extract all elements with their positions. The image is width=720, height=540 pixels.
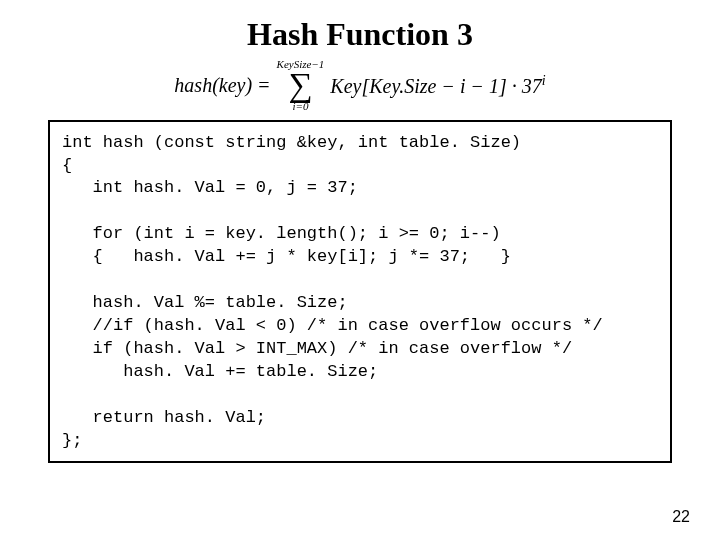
code-line: int hash. Val = 0, j = 37; [62, 178, 358, 197]
code-line: }; [62, 431, 82, 450]
slide-title: Hash Function 3 [0, 16, 720, 53]
formula-rhs-base: Key[Key.Size − i − 1] · 37 [330, 75, 541, 97]
code-line: hash. Val %= table. Size; [62, 293, 348, 312]
code-line: //if (hash. Val < 0) /* in case overflow… [62, 316, 603, 335]
code-line: { [62, 156, 72, 175]
sigma-block: KeySize−1 ∑ i=0 [277, 59, 325, 112]
code-line: if (hash. Val > INT_MAX) /* in case over… [62, 339, 572, 358]
code-line: int hash (const string &key, int table. … [62, 133, 521, 152]
code-line: for (int i = key. length(); i >= 0; i--) [62, 224, 501, 243]
formula-rhs-exp: i [542, 73, 546, 88]
hash-formula: hash(key) = KeySize−1 ∑ i=0 Key[Key.Size… [0, 59, 720, 112]
formula-lhs: hash(key) = [174, 74, 270, 97]
page-number: 22 [672, 508, 690, 526]
code-line: { hash. Val += j * key[i]; j *= 37; } [62, 247, 511, 266]
code-line: return hash. Val; [62, 408, 266, 427]
sigma-lower: i=0 [292, 101, 308, 112]
sigma-symbol: ∑ [288, 70, 312, 101]
code-listing: int hash (const string &key, int table. … [48, 120, 672, 463]
formula-rhs: Key[Key.Size − i − 1] · 37i [330, 73, 545, 98]
code-line: hash. Val += table. Size; [62, 362, 378, 381]
